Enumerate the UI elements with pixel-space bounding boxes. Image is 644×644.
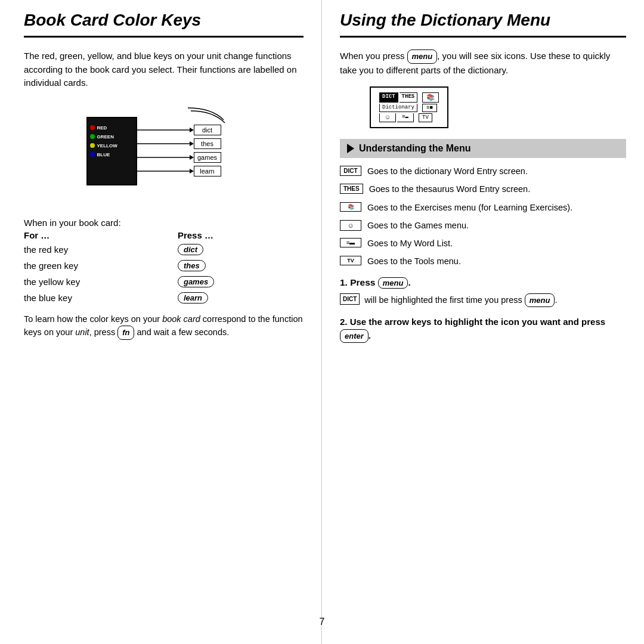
menu-item-list: ≡▬ Goes to My Word List. [340, 237, 626, 249]
menu-key-step1: menu [378, 277, 408, 289]
arrow-icon [347, 144, 354, 153]
tool-desc: Goes to the Tools menu. [367, 255, 461, 267]
list-icon: ≡▬ [340, 238, 361, 247]
game-desc: Goes to the Games menu. [367, 219, 469, 231]
row-red: the red key dict [24, 244, 304, 255]
game-icon: ☺ [340, 220, 361, 231]
menu-items-list: DICT Goes to the dictionary Word Entry s… [340, 165, 626, 268]
press-red: dict [178, 244, 304, 255]
step1-section: 1. Press menu. DICT will be highlighted … [340, 277, 626, 308]
for-yellow: the yellow key [24, 277, 178, 287]
menu-item-thes: THES Goes to the thesaurus Word Entry sc… [340, 183, 626, 195]
right-column: Using the Dictionary Menu When you press… [322, 0, 644, 644]
menu-key-intro: menu [407, 49, 438, 64]
for-blue: the blue key [24, 293, 178, 303]
menu-item-game: ☺ Goes to the Games menu. [340, 219, 626, 231]
card-illustration: RED GREEN YELLOW BLUE [24, 102, 304, 203]
tool-icon: TV [340, 256, 361, 265]
step1-body-text: will be highlighted the first time you p… [364, 293, 557, 308]
when-header: When in your book card: [24, 218, 304, 228]
row-green: the green key thes [24, 260, 304, 271]
dict-icon: DICT [340, 166, 361, 176]
for-red: the red key [24, 244, 178, 255]
menu-key-step1b: menu [525, 293, 555, 308]
left-column: Book Card Color Keys The red, green, yel… [0, 0, 322, 644]
page-number: 7 [320, 617, 325, 627]
row-yellow: the yellow key games [24, 276, 304, 287]
right-title: Using the Dictionary Menu [340, 0, 626, 38]
press-blue: learn [178, 292, 304, 304]
step1-body: DICT will be highlighted the first time … [340, 293, 626, 308]
enter-key: enter [340, 329, 369, 343]
list-desc: Goes to My Word List. [367, 237, 453, 249]
menu-item-dict: DICT Goes to the dictionary Word Entry s… [340, 165, 626, 177]
press-yellow: games [178, 276, 304, 287]
press-table: When in your book card: For … Press … th… [24, 218, 304, 304]
press-green: thes [178, 260, 304, 271]
bottom-paragraph: To learn how the color keys on your book… [24, 313, 304, 340]
svg-marker-2 [190, 155, 194, 160]
understanding-label: Understanding the Menu [359, 143, 471, 154]
learn-key: learn [178, 292, 208, 304]
left-title: Book Card Color Keys [24, 0, 304, 38]
step2-text: 2. Use the arrow keys to highlight the i… [340, 315, 626, 343]
thes-key: thes [178, 260, 206, 271]
exrc-icon: 📚 [340, 202, 361, 212]
svg-marker-3 [190, 169, 194, 174]
exrc-desc: Goes to the Exercises menu (for Learning… [367, 202, 572, 213]
dict-desc: Goes to the dictionary Word Entry screen… [367, 165, 528, 177]
dict-inline-icon: DICT [340, 293, 360, 305]
svg-marker-1 [190, 141, 194, 146]
menu-item-tool: TV Goes to the Tools menu. [340, 255, 626, 267]
understanding-header: Understanding the Menu [340, 139, 626, 158]
thes-icon: THES [340, 184, 363, 194]
games-key: games [178, 276, 214, 287]
svg-marker-0 [190, 128, 194, 132]
menu-screenshot: DICT THES 📚 Dictionary ≡■ ☺ ≡▬ T [370, 86, 626, 128]
for-label: For … [24, 230, 178, 240]
thes-desc: Goes to the thesaurus Word Entry screen. [369, 183, 531, 195]
for-green: the green key [24, 261, 178, 271]
dict-key: dict [178, 244, 203, 255]
row-blue: the blue key learn [24, 292, 304, 304]
press-label: Press … [178, 230, 304, 240]
left-intro: The red, green, yellow, and blue keys on… [24, 49, 304, 90]
menu-item-exrc: 📚 Goes to the Exercises menu (for Learni… [340, 202, 626, 213]
fn-key: fn [117, 326, 134, 340]
step1-title: 1. Press menu. [340, 277, 626, 289]
right-intro: When you press menu, you will see six ic… [340, 49, 626, 77]
